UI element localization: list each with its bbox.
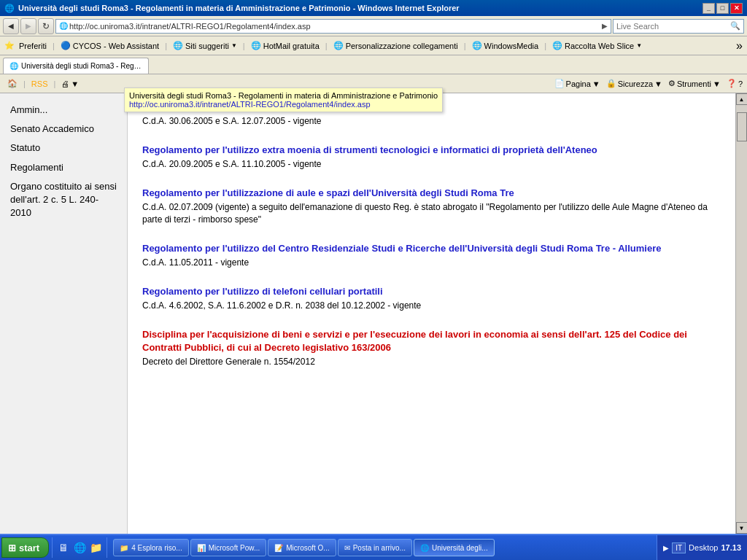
- sidebar-item-senato[interactable]: Senato Accademico: [6, 120, 121, 139]
- page-icon: 🌐: [59, 22, 68, 30]
- nav-bar: ◀ ▶ ↻ 🌐 ▶ 🔍: [0, 16, 747, 36]
- taskbar-item-label-3: Posta in arrivo...: [353, 544, 406, 552]
- taskbar-item-2[interactable]: 📝Microsoft O...: [268, 539, 336, 556]
- fav-separator-1: |: [53, 42, 55, 50]
- cmd-separator-1: |: [23, 79, 26, 88]
- favorites-label[interactable]: Preferiti: [19, 42, 47, 50]
- regulation-item-2: Regolamento per l'utilizzazione di aule …: [142, 187, 721, 226]
- raccolta-icon: 🌐: [552, 41, 562, 50]
- security-icon: 🔒: [606, 79, 616, 88]
- sidebar-item-statuto[interactable]: Statuto: [6, 139, 121, 158]
- taskbar-item-0[interactable]: 📁4 Esplora riso...: [113, 539, 188, 556]
- vertical-scrollbar[interactable]: ▲ ▼: [735, 93, 747, 534]
- refresh-button[interactable]: ↻: [38, 18, 54, 34]
- address-bar[interactable]: 🌐 ▶: [55, 19, 611, 34]
- fav-item-hotmail[interactable]: 🌐 HotMail gratuita: [251, 41, 320, 50]
- regulation-title-5[interactable]: Disciplina per l'acquisizione di beni e …: [142, 328, 721, 354]
- language-button[interactable]: IT: [672, 542, 686, 553]
- taskbar-tray: ▶ IT Desktop 17.13: [657, 535, 747, 560]
- taskbar-item-label-0: 4 Esplora riso...: [131, 544, 182, 552]
- show-desktop-button[interactable]: 🖥: [55, 540, 71, 556]
- scroll-up-button[interactable]: ▲: [736, 93, 748, 105]
- sidebar: Ammin... Senato Accademico Statuto Regol…: [0, 93, 128, 534]
- ie-quick-button[interactable]: 🌐: [71, 540, 88, 556]
- taskbar-item-label-1: Microsoft Pow...: [209, 544, 260, 552]
- tray-chevron[interactable]: ▶: [663, 544, 669, 552]
- cycos-icon: 🔵: [61, 41, 71, 50]
- personal-icon: 🌐: [333, 41, 344, 50]
- url-tooltip: Università degli studi Roma3 - Regolamen…: [124, 88, 443, 112]
- tab-bar: 🌐 Università degli studi Roma3 - Regolam…: [0, 55, 747, 74]
- windows-logo: ⊞: [8, 542, 16, 553]
- taskbar-item-1[interactable]: 📊Microsoft Pow...: [190, 539, 267, 556]
- scroll-thumb[interactable]: [737, 112, 747, 141]
- favorites-icon: ⭐: [4, 41, 15, 50]
- taskbar-items: 📁4 Esplora riso...📊Microsoft Pow...📝Micr…: [113, 539, 657, 556]
- help-icon: ❓: [727, 79, 737, 88]
- browser-icon: 🌐: [4, 4, 15, 13]
- system-clock: 17.13: [721, 543, 741, 552]
- help-menu[interactable]: ❓ ?: [727, 79, 743, 88]
- start-button[interactable]: ⊞ start: [1, 537, 49, 558]
- tools-menu[interactable]: ⚙ Strumenti ▼: [668, 79, 721, 88]
- content-area: dei beni mobili di proprietà dell'Ateneo…: [128, 93, 735, 534]
- search-input[interactable]: [616, 22, 729, 31]
- hotmail-icon: 🌐: [251, 41, 261, 50]
- media-icon: 🌐: [472, 41, 482, 50]
- taskbar-item-label-2: Microsoft O...: [286, 544, 329, 552]
- go-button[interactable]: ▶: [602, 22, 608, 30]
- title-bar: 🌐 Università degli studi Roma3 - Regolam…: [0, 0, 747, 16]
- search-button[interactable]: 🔍: [730, 21, 740, 31]
- taskbar-item-label-4: Università degli...: [432, 544, 488, 552]
- regulation-item-1: Regolamento per l'utilizzo extra moenia …: [142, 144, 721, 171]
- fav-item-cycos[interactable]: 🔵 CYCOS - Web Assistant: [61, 41, 159, 50]
- address-input[interactable]: [69, 22, 600, 31]
- browser-tab-main[interactable]: 🌐 Università degli studi Roma3 - Regolam…: [3, 58, 149, 74]
- sidebar-item-organo[interactable]: Organo costituito ai sensi dell'art. 2 c…: [6, 177, 121, 223]
- fav-overflow-button[interactable]: »: [736, 39, 743, 52]
- print-button[interactable]: 🖨 ▼: [58, 79, 82, 89]
- taskbar-item-icon-4: 🌐: [420, 544, 429, 552]
- regulation-title-2[interactable]: Regolamento per l'utilizzazione di aule …: [142, 187, 721, 200]
- taskbar-divider-1: [52, 537, 53, 558]
- taskbar-divider-2: [107, 537, 107, 558]
- maximize-button[interactable]: □: [716, 3, 729, 14]
- sidebar-item-regolamenti[interactable]: Regolamenti: [6, 158, 121, 177]
- rss-button[interactable]: RSS: [28, 79, 51, 89]
- tooltip-line1: Università degli studi Roma3 - Regolamen…: [129, 91, 438, 100]
- close-button[interactable]: ✕: [730, 3, 743, 14]
- favorites-bar: ⭐ Preferiti | 🔵 CYCOS - Web Assistant | …: [0, 36, 747, 55]
- regulation-date-1: C.d.A. 20.09.2005 e S.A. 11.10.2005 - vi…: [142, 158, 721, 171]
- rss-icon: RSS: [31, 79, 48, 88]
- minimize-button[interactable]: _: [703, 3, 715, 14]
- scroll-track[interactable]: [736, 105, 748, 522]
- forward-button[interactable]: ▶: [20, 18, 36, 34]
- regulation-title-3[interactable]: Regolamento per l'utilizzo del Centro Re…: [142, 242, 721, 255]
- regulation-title-1[interactable]: Regolamento per l'utilizzo extra moenia …: [142, 144, 721, 157]
- fav-item-siti[interactable]: 🌐 Siti suggeriti ▼: [173, 41, 237, 50]
- taskbar-item-3[interactable]: ✉Posta in arrivo...: [338, 539, 412, 556]
- regulation-date-4: C.d.A. 4.6.2002, S.A. 11.6.2002 e D.R. n…: [142, 300, 721, 312]
- siti-icon: 🌐: [173, 41, 183, 50]
- fav-item-windowsmedia[interactable]: 🌐 WindowsMedia: [472, 41, 539, 50]
- folder-quick-button[interactable]: 📁: [88, 540, 104, 556]
- fav-item-raccolta[interactable]: 🌐 Raccolta Web Slice ▼: [552, 41, 642, 50]
- window-title: Università degli studi Roma3 - Regolamen…: [18, 4, 460, 12]
- scroll-down-button[interactable]: ▼: [736, 522, 748, 534]
- sidebar-item-ammin[interactable]: Ammin...: [6, 101, 121, 120]
- taskbar-item-4[interactable]: 🌐Università degli...: [414, 539, 495, 556]
- regulation-title-4[interactable]: Regolamento per l'utilizzo di telefoni c…: [142, 285, 721, 298]
- cmd-separator-2: |: [53, 79, 55, 88]
- page-menu[interactable]: 📄 Pagina ▼: [554, 79, 600, 88]
- home-icon: 🏠: [7, 79, 18, 88]
- back-button[interactable]: ◀: [3, 18, 19, 34]
- home-button[interactable]: 🏠: [4, 78, 20, 89]
- fav-item-personalizzazione[interactable]: 🌐 Personalizzazione collegamenti: [333, 41, 458, 50]
- taskbar-item-icon-1: 📊: [197, 544, 206, 552]
- desktop-label[interactable]: Desktop: [689, 543, 718, 552]
- regulation-date-5: Decreto del Direttore Generale n. 1554/2…: [142, 356, 721, 368]
- regulation-item-3: Regolamento per l'utilizzo del Centro Re…: [142, 242, 721, 269]
- security-menu[interactable]: 🔒 Sicurezza ▼: [606, 79, 662, 88]
- regulation-date-2: C.d.A. 02.07.2009 (vigente) a seguito de…: [142, 201, 721, 226]
- search-box[interactable]: 🔍: [613, 19, 744, 34]
